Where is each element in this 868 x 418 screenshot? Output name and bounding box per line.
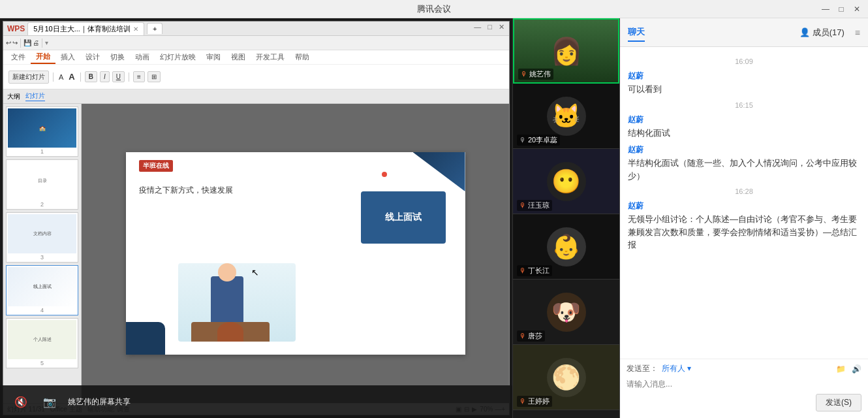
members-menu-btn[interactable]: ≡ [855, 27, 860, 38]
mic-btn[interactable]: 🔇 [10, 391, 31, 412]
wps-close[interactable]: ✕ [497, 23, 506, 31]
wps-ribbon: 文件 开始 插入 设计 切换 动画 幻灯片放映 审阅 视图 开发工具 帮助 新建… [3, 50, 509, 89]
ribbon-btn-layout[interactable]: ⊞ [147, 71, 161, 82]
ribbon-btn-italic[interactable]: I [100, 71, 110, 82]
chat-send-to-row: 发送至： 所有人 ▾ 📁 🔊 [627, 363, 861, 374]
ribbon-tab-view[interactable]: 视图 [226, 51, 251, 63]
video-card-wang: 😶 🎙 汪玉琼 [513, 149, 619, 214]
ribbon-btn-underline[interactable]: U [112, 71, 125, 82]
wps-ribbon-tabs: 文件 开始 插入 设计 切换 动画 幻灯片放映 审阅 视图 开发工具 帮助 [3, 50, 509, 65]
ribbon-btn-align[interactable]: ≡ [133, 71, 145, 82]
wps-tab-close[interactable]: ✕ [133, 25, 138, 33]
tab-chat[interactable]: 聊天 [628, 24, 645, 42]
name-label-wangtt: 王婷婷 [528, 396, 550, 406]
slide-content: 半班在线 疫情之下新方式，快速发展 线上面试 [126, 152, 465, 355]
ribbon-tab-devtools[interactable]: 开发工具 [251, 51, 290, 63]
ribbon-tab-review[interactable]: 审阅 [201, 51, 226, 63]
msg-time-1609: 16:09 [628, 57, 860, 65]
send-to-label: 发送至： [627, 363, 658, 374]
ribbon-tab-design[interactable]: 设计 [80, 51, 105, 63]
video-card-li: 🐱 🎙 20李卓蕊 [513, 84, 619, 149]
send-btn-row: 发送(S) [627, 391, 861, 414]
title-bar: 腾讯会议 — □ ✕ [0, 0, 868, 18]
slide-thumb-3[interactable]: 文档内容 3 [6, 212, 78, 263]
ribbon-tab-slideshow[interactable]: 幻灯片放映 [155, 51, 201, 63]
chat-input[interactable] [627, 377, 861, 391]
chat-folder-icon[interactable]: 📁 [836, 364, 846, 374]
chat-tools: 📁 🔊 [836, 364, 861, 374]
window-controls: — □ ✕ [820, 0, 863, 18]
slide-thumb-img-3: 文档内容 [8, 214, 76, 253]
wps-maximize[interactable]: □ [486, 23, 494, 31]
chat-emoji-icon[interactable]: 🔊 [852, 364, 861, 374]
slide-thumbnail-panel: 🏫 1 目录 2 文档内容 [3, 104, 82, 403]
send-to-target[interactable]: 所有人 ▾ [662, 363, 691, 374]
ribbon-tab-file[interactable]: 文件 [6, 51, 31, 63]
slide-thumb-label-4: 线上面试 [33, 283, 52, 290]
wps-logo: WPS [7, 24, 25, 33]
slide-title: 疫情之下新方式，快速发展 [139, 185, 233, 196]
person-head [218, 263, 236, 281]
msg-time-1628: 16:28 [628, 187, 860, 195]
ribbon-btn-new-slide[interactable]: 新建幻灯片 [8, 71, 49, 84]
msg-sender-2: 赵蔚 [628, 114, 860, 125]
members-icon: 👤 [799, 27, 810, 37]
ribbon-tab-help[interactable]: 帮助 [290, 51, 315, 63]
ribbon-btn-bold[interactable]: B [85, 71, 97, 82]
toolbar-save[interactable]: 💾 [23, 39, 31, 46]
slide-thumb-num-1: 1 [8, 148, 76, 155]
msg-sender-1: 赵蔚 [628, 71, 860, 82]
name-label-wang: 汪玉琼 [528, 201, 550, 210]
toolbar-print[interactable]: 🖨 [33, 39, 39, 46]
slide-thumb-5[interactable]: 个人陈述 5 [6, 318, 78, 368]
mic-icon-li: 🎙 [519, 137, 526, 144]
maximize-btn[interactable]: □ [835, 3, 847, 15]
slide-thumb-num-2: 2 [8, 201, 76, 208]
toolbar-undo[interactable]: ↩ [6, 39, 11, 46]
msg-text-3: 半结构化面试（随意一些、加入个人情况询问，公考中应用较少） [628, 157, 860, 182]
video-name-yao: 🎙 姚艺伟 [518, 69, 553, 80]
msg-time-1615: 16:15 [628, 101, 860, 109]
slide-thumb-2[interactable]: 目录 2 [6, 159, 78, 210]
video-name-wangtt: 🎙 王婷婷 [517, 396, 552, 407]
camera-btn[interactable]: 📷 [39, 391, 60, 412]
illustration-inner [178, 263, 296, 342]
wps-toolbar: ↩ ↪ 💾 🖨 ▾ [3, 36, 509, 50]
wps-content-area: 🏫 1 目录 2 文档内容 [3, 104, 509, 403]
wps-tab-new[interactable]: + [147, 23, 163, 34]
name-label-yao: 姚艺伟 [529, 69, 551, 79]
wps-tab-active[interactable]: 5月10日主大...｜体育制法培训 ✕ [27, 22, 144, 35]
toolbar-more: ▾ [45, 39, 48, 46]
slide-thumb-num-5: 5 [8, 360, 76, 366]
toolbar-redo[interactable]: ↪ [12, 39, 18, 46]
ribbon-tab-insert[interactable]: 插入 [55, 51, 80, 63]
video-name-tang: 🎙 唐莎 [517, 330, 545, 342]
close-btn[interactable]: ✕ [851, 3, 863, 15]
avatar-emoji-yao: 👩 [550, 36, 583, 67]
ribbon-sep-1 [53, 72, 54, 82]
ribbon-tab-transition[interactable]: 切换 [105, 51, 130, 63]
chat-panel: 聊天 👤 成员(17) ≡ 16:09 赵蔚 可以看到 16:15 赵蔚 结构化… [620, 18, 868, 418]
ribbon-tab-animation[interactable]: 动画 [130, 51, 155, 63]
video-name-wang: 🎙 汪玉琼 [517, 200, 552, 211]
view-slide[interactable]: 幻灯片 [25, 91, 45, 101]
send-button[interactable]: 发送(S) [816, 394, 861, 411]
slide-deco-top-right [413, 152, 465, 191]
main-slide-view: 半班在线 疫情之下新方式，快速发展 线上面试 [82, 104, 509, 403]
tab-members[interactable]: 👤 成员(17) [799, 24, 845, 41]
chat-footer: 发送至： 所有人 ▾ 📁 🔊 发送(S) [620, 359, 868, 418]
slide-thumb-label-5: 个人陈述 [33, 336, 52, 343]
video-card-yao: 👩 🎙 姚艺伟 [513, 18, 619, 84]
ribbon-tab-home[interactable]: 开始 [31, 50, 55, 64]
view-outline[interactable]: 大纲 [7, 92, 20, 101]
wps-view-bar: 大纲 幻灯片 [3, 89, 509, 104]
wps-minimize[interactable]: — [472, 23, 483, 31]
slide-accent-dot [382, 172, 387, 177]
slide-thumb-1[interactable]: 🏫 1 [6, 106, 78, 157]
share-label: 姚艺伟的屏幕共享 [68, 396, 131, 408]
minimize-btn[interactable]: — [820, 3, 831, 15]
main-container: WPS 5月10日主大...｜体育制法培训 ✕ + — □ ✕ ↩ ↪ [0, 18, 868, 418]
person-body [211, 276, 243, 322]
msg-sender-3: 赵蔚 [628, 144, 860, 155]
slide-thumb-4[interactable]: 线上面试 4 [6, 265, 78, 315]
